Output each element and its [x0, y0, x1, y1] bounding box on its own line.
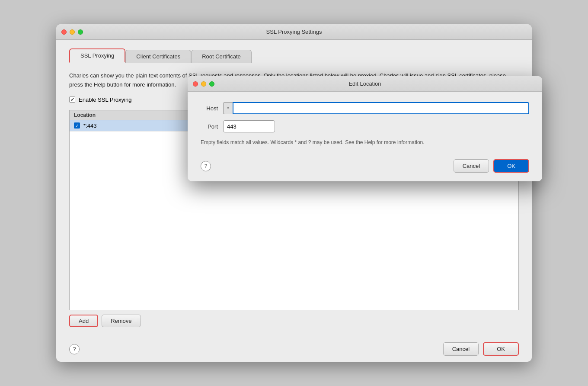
dialog-titlebar: Edit Location — [188, 76, 542, 92]
dialog-buttons: ? Cancel OK — [201, 155, 529, 173]
bottom-bar: ? Cancel OK — [56, 336, 532, 362]
dialog-title: Edit Location — [348, 80, 381, 87]
tab-root-certificate[interactable]: Root Certificate — [191, 50, 252, 63]
add-button[interactable]: Add — [69, 315, 98, 327]
ok-button[interactable]: OK — [483, 342, 519, 356]
tab-bar: SSL Proxying Client Certificates Root Ce… — [69, 48, 519, 63]
dialog-minimize-button[interactable] — [201, 81, 206, 87]
host-input-group: * — [223, 102, 529, 114]
dialog-help-button[interactable]: ? — [201, 161, 211, 171]
close-button[interactable] — [61, 29, 67, 35]
bottom-button-group: Cancel OK — [443, 342, 519, 356]
traffic-lights — [61, 29, 83, 35]
dialog-maximize-button[interactable] — [209, 81, 214, 87]
host-prefix: * — [223, 102, 233, 114]
host-row: Host * — [201, 102, 529, 114]
tab-ssl-proxying[interactable]: SSL Proxying — [69, 48, 125, 63]
host-input[interactable] — [233, 102, 529, 114]
dialog-close-button[interactable] — [193, 81, 198, 87]
host-label: Host — [201, 105, 218, 112]
dialog-cancel-button[interactable]: Cancel — [454, 159, 489, 173]
hint-text: Empty fields match all values. Wildcards… — [201, 138, 529, 146]
row-check-icon: ✓ — [75, 123, 79, 128]
row-checkbox[interactable]: ✓ — [74, 122, 80, 129]
maximize-button[interactable] — [78, 29, 83, 35]
edit-location-dialog: Edit Location Host * Port Empty fields — [188, 76, 542, 181]
dialog-ok-button[interactable]: OK — [493, 159, 529, 173]
tab-client-certificates[interactable]: Client Certificates — [125, 50, 191, 63]
enable-ssl-checkbox[interactable]: ✓ — [69, 96, 75, 103]
port-row: Port — [201, 120, 529, 132]
row-value: *:443 — [83, 122, 96, 129]
dialog-traffic-lights — [193, 81, 214, 87]
dialog-btn-group: Cancel OK — [454, 159, 529, 173]
remove-button[interactable]: Remove — [102, 315, 141, 327]
checkmark-icon: ✓ — [70, 97, 74, 103]
port-label: Port — [201, 123, 218, 130]
title-bar: SSL Proxying Settings — [56, 24, 532, 40]
cancel-button[interactable]: Cancel — [443, 342, 479, 356]
table-buttons: Add Remove — [69, 315, 519, 327]
dialog-content: Host * Port Empty fields match all value… — [188, 92, 542, 181]
help-button[interactable]: ? — [69, 344, 80, 354]
port-input[interactable] — [223, 120, 275, 132]
enable-ssl-label: Enable SSL Proxying — [79, 96, 131, 103]
minimize-button[interactable] — [70, 29, 75, 35]
main-window: SSL Proxying Settings SSL Proxying Clien… — [56, 24, 532, 362]
window-title: SSL Proxying Settings — [266, 29, 322, 35]
